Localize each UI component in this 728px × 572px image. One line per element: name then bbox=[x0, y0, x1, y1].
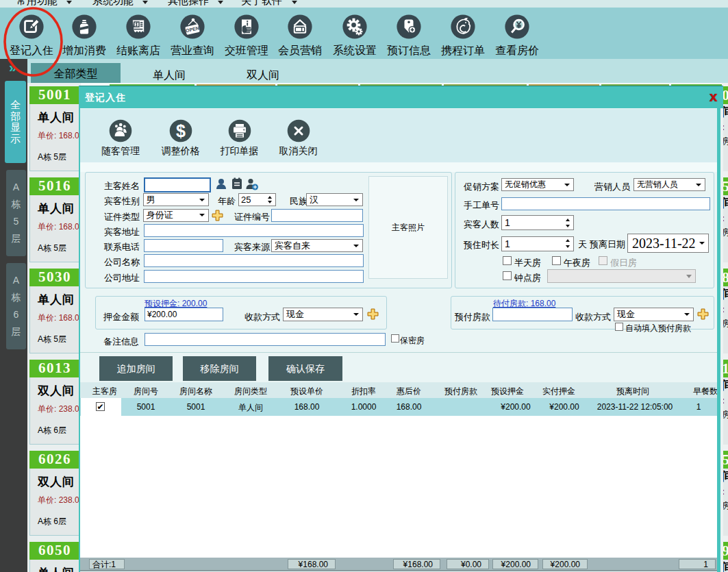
svg-text:$: $ bbox=[176, 121, 186, 140]
